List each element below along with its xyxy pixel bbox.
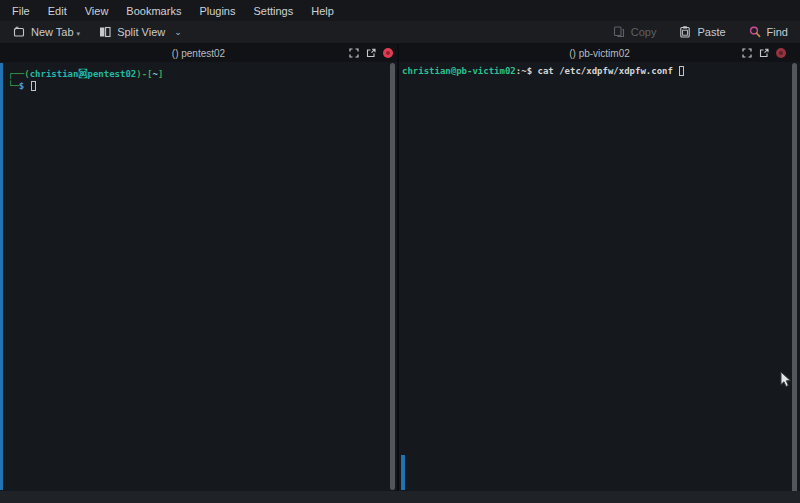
typed-command: cat /etc/xdpfw/xdpfw.conf [537,66,678,76]
copy-button[interactable]: Copy [606,23,663,41]
close-view-inner-dot [386,51,390,55]
find-label: Find [767,26,788,38]
scrollbar-thumb[interactable] [390,63,395,490]
pane-title-pb-victim02: () pb-victim02 [569,48,630,59]
prompt-frame-close: ] [158,69,163,79]
scroll-position-indicator [401,455,405,490]
new-tab-button[interactable]: New Tab ▾ [6,23,86,41]
menu-edit[interactable]: Edit [39,2,76,20]
menu-bookmarks[interactable]: Bookmarks [117,2,190,20]
new-tab-dropdown-caret: ▾ [77,30,81,39]
window-bottom-strip [0,491,800,503]
prompt-user-host: christian@pb-victim02 [402,66,516,76]
maximize-view-icon[interactable] [349,48,359,58]
toolbar: New Tab ▾ Split View ⌄ Copy [0,21,800,44]
maximize-view-icon[interactable] [742,48,752,58]
new-tab-icon [12,25,26,39]
terminal-pane-pentest02[interactable]: ┌──(christian㉏pentest02)-[~] └─$ [0,62,397,491]
menu-view[interactable]: View [76,2,118,20]
paste-icon [678,25,692,39]
terminal-output-pentest02: ┌──(christian㉏pentest02)-[~] └─$ [8,68,163,92]
split-view-icon [98,25,112,39]
scrollbar-thumb[interactable] [792,63,797,497]
prompt-frame-mid: )-[ [136,69,152,79]
find-button[interactable]: Find [742,23,794,41]
terminal-cursor [31,81,36,91]
pane-header-controls-left [349,44,393,62]
terminal-cursor [679,66,684,76]
copy-label: Copy [631,26,657,38]
focused-pane-indicator [0,63,3,490]
detach-view-icon[interactable] [759,48,769,58]
menu-plugins[interactable]: Plugins [190,2,244,20]
new-tab-label: New Tab [31,26,74,38]
split-view-button[interactable]: Split View ⌄ [92,23,188,41]
terminal-pane-pb-victim02[interactable]: christian@pb-victim02:~$ cat /etc/xdpfw/… [399,62,800,491]
close-view-button[interactable] [776,48,786,58]
detach-view-icon[interactable] [366,48,376,58]
prompt-dollar: $ [527,66,538,76]
prompt-frame-top: ┌──( [8,69,30,79]
pane-header-pb-victim02[interactable]: () pb-victim02 [399,44,800,62]
scrollbar-track[interactable] [791,62,799,498]
menu-help[interactable]: Help [302,2,343,20]
find-icon [748,25,762,39]
pane-title-pentest02: () pentest02 [172,48,225,59]
pane-header-pentest02[interactable]: () pentest02 [0,44,397,62]
prompt-user: christian [30,69,79,79]
pane-header-controls-right [742,44,786,62]
copy-icon [612,25,626,39]
paste-button[interactable]: Paste [672,23,731,41]
close-view-button[interactable] [383,48,393,58]
terminal-row: ┌──(christian㉏pentest02)-[~] └─$ christi… [0,62,800,491]
prompt-host: pentest02 [87,69,136,79]
prompt-frame-bottom: └─ [8,81,19,91]
split-view-label: Split View [117,26,165,38]
close-view-inner-dot [779,51,783,55]
mouse-pointer-icon [779,371,793,393]
scrollbar-track[interactable] [389,62,397,491]
menubar: File Edit View Bookmarks Plugins Setting… [0,0,800,21]
paste-label: Paste [697,26,725,38]
terminal-output-pb-victim02: christian@pb-victim02:~$ cat /etc/xdpfw/… [402,65,684,77]
menu-settings[interactable]: Settings [244,2,302,20]
menu-file[interactable]: File [3,2,39,20]
pane-headers: () pentest02 () pb-victim02 [0,44,800,62]
split-view-chevron-icon: ⌄ [174,27,182,37]
